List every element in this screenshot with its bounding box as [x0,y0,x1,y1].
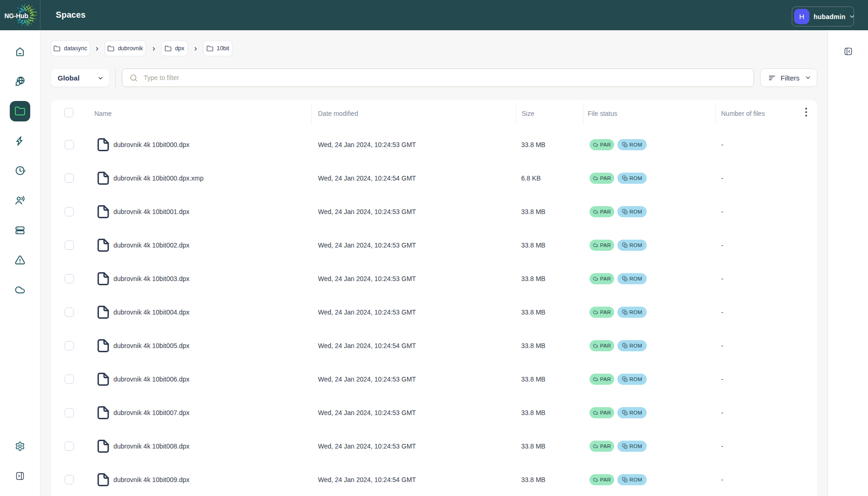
svg-text:TM: TM [27,17,30,19]
svg-text:NG-Hub: NG-Hub [5,13,28,20]
